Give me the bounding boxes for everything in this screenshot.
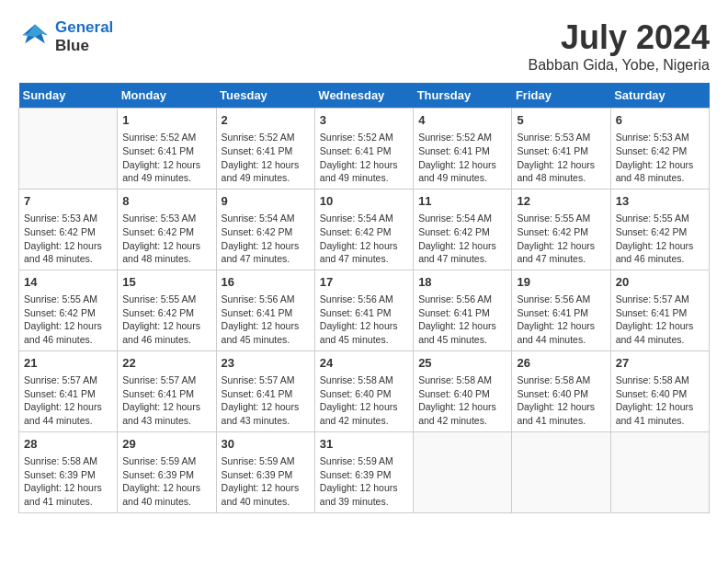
week-row-5: 28Sunrise: 5:58 AM Sunset: 6:39 PM Dayli… [19,431,710,512]
day-number: 15 [122,274,210,291]
day-number: 12 [517,193,605,210]
weekday-thursday: Thursday [414,83,512,109]
day-number: 30 [222,436,310,453]
weekday-tuesday: Tuesday [216,83,314,109]
calendar-cell: 28Sunrise: 5:58 AM Sunset: 6:39 PM Dayli… [19,431,118,512]
day-info: Sunrise: 5:55 AM Sunset: 6:42 PM Dayligh… [24,293,112,347]
weekday-header-row: SundayMondayTuesdayWednesdayThursdayFrid… [19,83,710,109]
day-number: 13 [616,193,704,210]
day-info: Sunrise: 5:56 AM Sunset: 6:41 PM Dayligh… [222,293,310,347]
calendar-cell: 11Sunrise: 5:54 AM Sunset: 6:42 PM Dayli… [414,189,512,270]
day-number: 1 [122,112,210,129]
day-info: Sunrise: 5:57 AM Sunset: 6:41 PM Dayligh… [222,373,310,428]
day-number: 20 [616,274,704,291]
calendar-cell: 10Sunrise: 5:54 AM Sunset: 6:42 PM Dayli… [314,189,413,270]
calendar-cell: 4Sunrise: 5:52 AM Sunset: 6:41 PM Daylig… [414,109,512,190]
day-info: Sunrise: 5:59 AM Sunset: 6:39 PM Dayligh… [222,454,310,509]
day-info: Sunrise: 5:55 AM Sunset: 6:42 PM Dayligh… [517,212,605,266]
location-title: Babban Gida, Yobe, Nigeria [529,57,710,74]
day-info: Sunrise: 5:58 AM Sunset: 6:40 PM Dayligh… [418,373,506,428]
day-number: 25 [418,355,506,372]
day-info: Sunrise: 5:52 AM Sunset: 6:41 PM Dayligh… [320,131,408,185]
calendar-cell: 6Sunrise: 5:53 AM Sunset: 6:42 PM Daylig… [610,109,709,190]
day-number: 17 [320,274,408,291]
week-row-4: 21Sunrise: 5:57 AM Sunset: 6:41 PM Dayli… [19,350,710,431]
day-info: Sunrise: 5:53 AM Sunset: 6:42 PM Dayligh… [616,131,704,185]
day-number: 29 [122,436,210,453]
calendar-body: 1Sunrise: 5:52 AM Sunset: 6:41 PM Daylig… [19,109,710,513]
week-row-3: 14Sunrise: 5:55 AM Sunset: 6:42 PM Dayli… [19,270,710,350]
day-number: 31 [320,436,408,453]
day-info: Sunrise: 5:56 AM Sunset: 6:41 PM Dayligh… [320,293,408,347]
calendar-cell: 21Sunrise: 5:57 AM Sunset: 6:41 PM Dayli… [19,350,118,431]
calendar-cell: 9Sunrise: 5:54 AM Sunset: 6:42 PM Daylig… [216,189,314,270]
day-info: Sunrise: 5:57 AM Sunset: 6:41 PM Dayligh… [24,373,112,428]
calendar-cell [610,431,709,512]
day-number: 3 [320,112,408,129]
day-info: Sunrise: 5:57 AM Sunset: 6:41 PM Dayligh… [616,293,704,347]
calendar-cell: 25Sunrise: 5:58 AM Sunset: 6:40 PM Dayli… [414,350,512,431]
week-row-2: 7Sunrise: 5:53 AM Sunset: 6:42 PM Daylig… [19,189,710,270]
day-number: 8 [122,193,210,210]
logo-text: General Blue [55,18,113,55]
day-number: 10 [320,193,408,210]
weekday-friday: Friday [512,83,610,109]
day-info: Sunrise: 5:57 AM Sunset: 6:41 PM Dayligh… [122,373,210,428]
calendar-cell: 3Sunrise: 5:52 AM Sunset: 6:41 PM Daylig… [314,109,413,190]
calendar-cell: 5Sunrise: 5:53 AM Sunset: 6:41 PM Daylig… [512,109,610,190]
day-info: Sunrise: 5:56 AM Sunset: 6:41 PM Dayligh… [517,293,605,347]
month-title: July 2024 [529,18,710,57]
calendar-cell: 7Sunrise: 5:53 AM Sunset: 6:42 PM Daylig… [19,189,118,270]
calendar-cell: 26Sunrise: 5:58 AM Sunset: 6:40 PM Dayli… [512,350,610,431]
weekday-wednesday: Wednesday [314,83,413,109]
calendar-cell: 23Sunrise: 5:57 AM Sunset: 6:41 PM Dayli… [216,350,314,431]
calendar-cell: 12Sunrise: 5:55 AM Sunset: 6:42 PM Dayli… [512,189,610,270]
calendar-cell: 27Sunrise: 5:58 AM Sunset: 6:40 PM Dayli… [610,350,709,431]
day-number: 26 [517,355,605,372]
logo: General Blue [18,18,113,55]
day-info: Sunrise: 5:53 AM Sunset: 6:41 PM Dayligh… [517,131,605,185]
calendar-cell: 8Sunrise: 5:53 AM Sunset: 6:42 PM Daylig… [118,189,216,270]
calendar-cell: 30Sunrise: 5:59 AM Sunset: 6:39 PM Dayli… [216,431,314,512]
day-number: 22 [122,355,210,372]
day-number: 24 [320,355,408,372]
day-info: Sunrise: 5:53 AM Sunset: 6:42 PM Dayligh… [24,212,112,266]
calendar-cell [414,431,512,512]
day-info: Sunrise: 5:54 AM Sunset: 6:42 PM Dayligh… [320,212,408,266]
day-number: 28 [24,436,112,453]
calendar-cell: 16Sunrise: 5:56 AM Sunset: 6:41 PM Dayli… [216,270,314,350]
weekday-saturday: Saturday [610,83,709,109]
title-block: July 2024 Babban Gida, Yobe, Nigeria [529,18,710,74]
day-number: 27 [616,355,704,372]
day-info: Sunrise: 5:52 AM Sunset: 6:41 PM Dayligh… [418,131,506,185]
day-info: Sunrise: 5:54 AM Sunset: 6:42 PM Dayligh… [418,212,506,266]
calendar-cell: 18Sunrise: 5:56 AM Sunset: 6:41 PM Dayli… [414,270,512,350]
calendar-cell: 2Sunrise: 5:52 AM Sunset: 6:41 PM Daylig… [216,109,314,190]
day-info: Sunrise: 5:58 AM Sunset: 6:40 PM Dayligh… [517,373,605,428]
calendar-cell: 19Sunrise: 5:56 AM Sunset: 6:41 PM Dayli… [512,270,610,350]
calendar-cell: 22Sunrise: 5:57 AM Sunset: 6:41 PM Dayli… [118,350,216,431]
weekday-monday: Monday [118,83,216,109]
day-info: Sunrise: 5:58 AM Sunset: 6:39 PM Dayligh… [24,454,112,509]
calendar-cell: 31Sunrise: 5:59 AM Sunset: 6:39 PM Dayli… [314,431,413,512]
day-info: Sunrise: 5:52 AM Sunset: 6:41 PM Dayligh… [222,131,310,185]
day-info: Sunrise: 5:53 AM Sunset: 6:42 PM Dayligh… [122,212,210,266]
page-header: General Blue July 2024 Babban Gida, Yobe… [18,18,710,74]
calendar-cell: 20Sunrise: 5:57 AM Sunset: 6:41 PM Dayli… [610,270,709,350]
day-info: Sunrise: 5:58 AM Sunset: 6:40 PM Dayligh… [320,373,408,428]
calendar-cell: 13Sunrise: 5:55 AM Sunset: 6:42 PM Dayli… [610,189,709,270]
day-number: 2 [222,112,310,129]
day-number: 5 [517,112,605,129]
calendar-cell: 24Sunrise: 5:58 AM Sunset: 6:40 PM Dayli… [314,350,413,431]
calendar-cell: 29Sunrise: 5:59 AM Sunset: 6:39 PM Dayli… [118,431,216,512]
day-number: 23 [222,355,310,372]
svg-marker-1 [23,25,48,38]
calendar-cell: 15Sunrise: 5:55 AM Sunset: 6:42 PM Dayli… [118,270,216,350]
day-info: Sunrise: 5:52 AM Sunset: 6:41 PM Dayligh… [122,131,210,185]
day-info: Sunrise: 5:59 AM Sunset: 6:39 PM Dayligh… [122,454,210,509]
day-info: Sunrise: 5:56 AM Sunset: 6:41 PM Dayligh… [418,293,506,347]
calendar-table: SundayMondayTuesdayWednesdayThursdayFrid… [18,83,710,513]
calendar-cell: 14Sunrise: 5:55 AM Sunset: 6:42 PM Dayli… [19,270,118,350]
day-number: 6 [616,112,704,129]
day-number: 16 [222,274,310,291]
